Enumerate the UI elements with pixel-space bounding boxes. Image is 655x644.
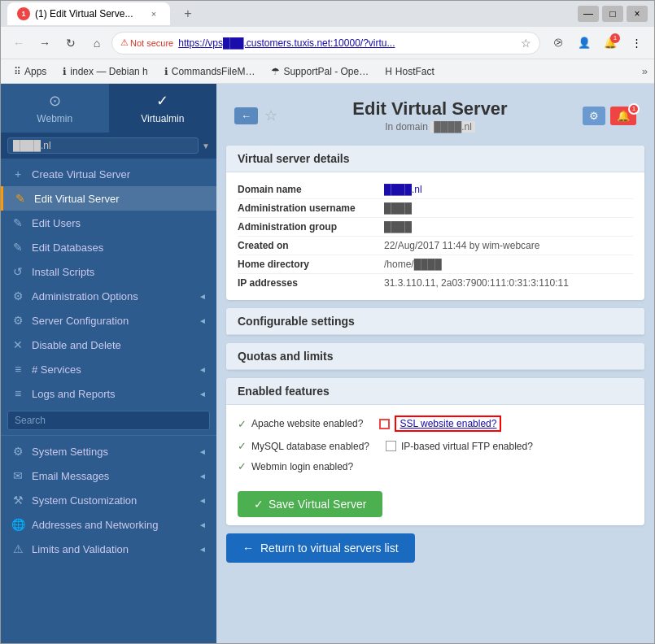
menu-icon[interactable]: ⋮ xyxy=(625,32,648,54)
logs-arrow-icon: ◄ xyxy=(199,389,207,398)
sidebar-item-disable-delete[interactable]: ✕ Disable and Delete xyxy=(1,333,216,357)
sidebar-item-admin-options[interactable]: ⚙ Administration Options ◄ xyxy=(1,284,216,308)
virtualmin-tab[interactable]: ✓ Virtualmin xyxy=(109,84,217,133)
sidebar-item-edit-databases[interactable]: ✎ Edit Databases xyxy=(1,235,216,259)
quotas-limits-card: Quotas and limits xyxy=(226,343,644,370)
configurable-settings-title: Configurable settings xyxy=(226,308,644,335)
sidebar-item-email-messages[interactable]: ✉ Email Messages ◄ xyxy=(1,463,216,488)
edit-db-icon: ✎ xyxy=(11,241,25,254)
sidebar-item-limits-validation[interactable]: ⚠ Limits and Validation ◄ xyxy=(1,537,216,561)
enabled-features-title: Enabled features xyxy=(226,378,644,405)
menu-label: Logs and Reports xyxy=(32,388,192,400)
profile-icon[interactable]: 👤 xyxy=(573,32,596,54)
return-button-area: ← Return to virtual servers list xyxy=(226,533,644,563)
admin-options-arrow-icon: ◄ xyxy=(199,292,207,301)
menu-label: System Customization xyxy=(32,494,192,507)
menu-label: Edit Databases xyxy=(32,242,207,254)
domain-selector[interactable]: ████.nl ▼ xyxy=(1,133,216,159)
sidebar-item-create-virtual-server[interactable]: + Create Virtual Server xyxy=(1,162,216,186)
detail-row-created-on: Created on 22/Aug/2017 11:44 by wim-webc… xyxy=(238,237,633,255)
minimize-button[interactable]: — xyxy=(578,6,599,22)
return-arrow-icon: ← xyxy=(242,542,254,555)
bookmark-supportpal[interactable]: ☂ SupportPal - Ope… xyxy=(264,64,375,79)
content-area: ← ☆ Edit Virtual Server In domain ████.n… xyxy=(216,84,654,643)
menu-label: Administration Options xyxy=(32,290,192,302)
subtitle-domain: ████.nl xyxy=(430,121,475,133)
back-button-small[interactable]: ← xyxy=(234,107,258,124)
commands-label: CommandsFileM… xyxy=(172,66,255,77)
subtitle-prefix: In domain xyxy=(385,121,428,133)
mysql-check-icon: ✓ xyxy=(238,440,247,452)
supportpal-label: SupportPal - Ope… xyxy=(283,66,369,77)
index-label: index — Debian h xyxy=(70,66,147,77)
sidebar-item-services[interactable]: ≡ # Services ◄ xyxy=(1,357,216,381)
domain-arrow-icon: ▼ xyxy=(202,141,210,150)
menu-label: Edit Virtual Server xyxy=(34,193,207,205)
created-on-value: 22/Aug/2017 11:44 by wim-webcare xyxy=(384,240,539,251)
browser-tab[interactable]: 1 (1) Edit Virtual Serve... × xyxy=(7,2,170,25)
apps-favicon: ⠿ xyxy=(14,66,21,77)
return-label: Return to virtual servers list xyxy=(260,542,399,555)
menu-label: Install Scripts xyxy=(32,266,207,278)
forward-button[interactable]: → xyxy=(33,32,56,54)
admin-user-value: ████ xyxy=(384,202,412,214)
services-arrow-icon: ◄ xyxy=(199,365,207,374)
sidebar-item-edit-virtual-server[interactable]: ✎ Edit Virtual Server xyxy=(1,186,216,211)
quotas-limits-title: Quotas and limits xyxy=(226,343,644,370)
notifications-button[interactable]: 🔔 1 xyxy=(610,107,636,125)
system-settings-icon: ⚙ xyxy=(11,445,25,458)
admin-options-icon: ⚙ xyxy=(11,289,25,302)
virtualmin-icon: ✓ xyxy=(156,92,168,110)
sidebar-item-logs-reports[interactable]: ≡ Logs and Reports ◄ xyxy=(1,381,216,406)
detail-row-domain: Domain name ████.nl xyxy=(238,181,633,199)
sidebar-item-system-customization[interactable]: ⚒ System Customization ◄ xyxy=(1,488,216,512)
sidebar-item-addresses-networking[interactable]: 🌐 Addresses and Networking ◄ xyxy=(1,512,216,537)
toolbar-icons: ⧁ 👤 🔔 1 ⋮ xyxy=(547,32,648,54)
return-to-list-button[interactable]: ← Return to virtual servers list xyxy=(226,533,415,563)
sidebar-item-install-scripts[interactable]: ↺ Install Scripts xyxy=(1,259,216,284)
sidebar-item-server-config[interactable]: ⚙ Server Configuration ◄ xyxy=(1,308,216,333)
new-tab-button[interactable]: + xyxy=(177,2,199,25)
feature-webmin: ✓ Webmin login enabled? xyxy=(238,458,353,475)
ssl-checkbox[interactable] xyxy=(379,419,390,429)
home-dir-label: Home directory xyxy=(238,259,384,270)
url-text: https://vps███.customers.tuxis.net:10000… xyxy=(178,37,516,49)
sidebar-item-system-settings[interactable]: ⚙ System Settings ◄ xyxy=(1,439,216,463)
save-check-icon: ✓ xyxy=(254,498,264,511)
search-input[interactable] xyxy=(7,411,210,430)
feature-mysql: ✓ MySQL database enabled? xyxy=(238,437,369,455)
email-messages-icon: ✉ xyxy=(11,469,25,482)
bookmark-apps[interactable]: ⠿ Apps xyxy=(7,64,53,79)
browser-window: 1 (1) Edit Virtual Serve... × + — □ × ← … xyxy=(0,0,655,644)
save-virtual-server-button[interactable]: ✓ Save Virtual Server xyxy=(238,491,382,517)
feature-ftp: IP-based virtual FTP enabled? xyxy=(386,437,533,455)
webmin-tab[interactable]: ⊙ Webmin xyxy=(1,84,109,133)
domain-value: ████.nl xyxy=(384,184,422,195)
sidebar-item-edit-users[interactable]: ✎ Edit Users xyxy=(1,211,216,235)
feature-ssl[interactable]: SSL website enabled? xyxy=(379,413,501,434)
window-controls: — □ × xyxy=(578,6,648,22)
bookmark-hostfact[interactable]: H HostFact xyxy=(378,64,441,79)
bookmarks-bar: ⠿ Apps ℹ index — Debian h ℹ CommandsFile… xyxy=(1,59,654,84)
bookmark-commands[interactable]: ℹ CommandsFileM… xyxy=(158,64,262,79)
tab-close-button[interactable]: × xyxy=(147,7,160,20)
maximize-button[interactable]: □ xyxy=(602,6,623,22)
bookmark-index[interactable]: ℹ index — Debian h xyxy=(56,64,154,79)
system-settings-arrow-icon: ◄ xyxy=(199,447,207,456)
bookmark-star[interactable]: ☆ xyxy=(521,37,531,50)
favorite-star-icon[interactable]: ☆ xyxy=(264,107,277,124)
close-button[interactable]: × xyxy=(627,6,648,22)
notification-icon[interactable]: 🔔 1 xyxy=(599,32,622,54)
address-bar[interactable]: ⚠ Not secure https://vps███.customers.tu… xyxy=(111,32,540,54)
features-grid: ✓ Apache website enabled? SSL website en… xyxy=(226,405,644,483)
logs-icon: ≡ xyxy=(11,387,25,400)
customization-icon: ⚒ xyxy=(11,494,25,507)
header-right: ⚙ 🔔 1 xyxy=(583,107,636,125)
back-button[interactable]: ← xyxy=(7,32,30,54)
settings-button[interactable]: ⚙ xyxy=(583,107,605,125)
more-bookmarks-button[interactable]: » xyxy=(642,65,648,77)
ftp-checkbox[interactable] xyxy=(386,441,396,451)
home-button[interactable]: ⌂ xyxy=(85,32,108,54)
reload-button[interactable]: ↻ xyxy=(59,32,82,54)
extensions-icon[interactable]: ⧁ xyxy=(547,32,570,54)
